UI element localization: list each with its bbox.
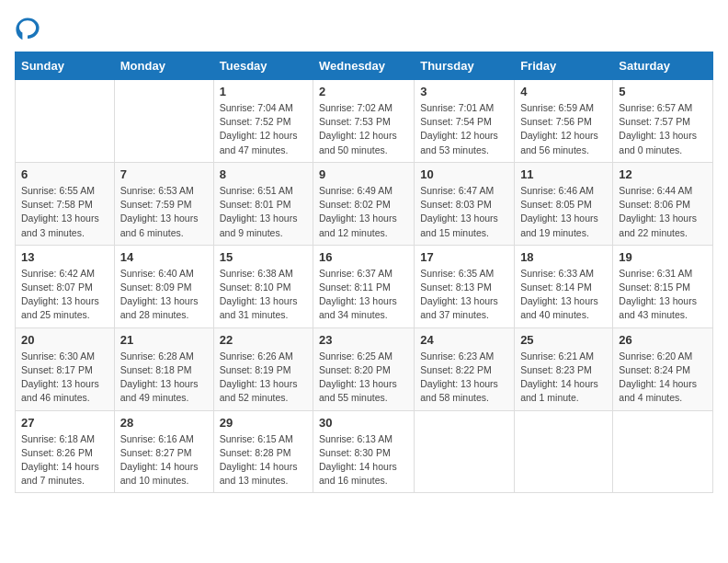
day-number: 26 <box>619 333 707 347</box>
day-info: Sunrise: 7:01 AM Sunset: 7:54 PM Dayligh… <box>420 101 508 157</box>
day-number: 18 <box>520 250 607 264</box>
calendar-cell: 8Sunrise: 6:51 AM Sunset: 8:01 PM Daylig… <box>213 162 313 245</box>
day-number: 13 <box>21 250 108 264</box>
day-info: Sunrise: 7:04 AM Sunset: 7:52 PM Dayligh… <box>220 101 307 157</box>
calendar-cell: 26Sunrise: 6:20 AM Sunset: 8:24 PM Dayli… <box>613 327 713 410</box>
calendar-cell: 11Sunrise: 6:46 AM Sunset: 8:05 PM Dayli… <box>515 162 613 245</box>
day-header-wednesday: Wednesday <box>313 52 415 80</box>
day-info: Sunrise: 6:15 AM Sunset: 8:28 PM Dayligh… <box>220 432 307 488</box>
day-number: 9 <box>319 167 408 181</box>
day-info: Sunrise: 6:49 AM Sunset: 8:02 PM Dayligh… <box>319 184 408 240</box>
calendar-cell: 10Sunrise: 6:47 AM Sunset: 8:03 PM Dayli… <box>415 162 515 245</box>
calendar-cell <box>515 410 613 493</box>
calendar-table: SundayMondayTuesdayWednesdayThursdayFrid… <box>15 52 713 493</box>
day-number: 20 <box>21 333 108 347</box>
day-header-saturday: Saturday <box>613 52 713 80</box>
calendar-cell <box>16 80 115 163</box>
day-header-tuesday: Tuesday <box>213 52 313 80</box>
logo-icon <box>15 15 40 40</box>
day-header-thursday: Thursday <box>415 52 515 80</box>
calendar-cell <box>114 80 213 163</box>
day-number: 3 <box>420 85 508 98</box>
calendar-cell: 13Sunrise: 6:42 AM Sunset: 8:07 PM Dayli… <box>16 245 115 327</box>
day-info: Sunrise: 6:42 AM Sunset: 8:07 PM Dayligh… <box>21 267 108 323</box>
calendar-cell: 30Sunrise: 6:13 AM Sunset: 8:30 PM Dayli… <box>313 410 415 493</box>
day-info: Sunrise: 6:53 AM Sunset: 7:59 PM Dayligh… <box>120 184 208 240</box>
day-number: 1 <box>220 85 307 98</box>
calendar-cell: 24Sunrise: 6:23 AM Sunset: 8:22 PM Dayli… <box>415 327 515 410</box>
day-info: Sunrise: 6:18 AM Sunset: 8:26 PM Dayligh… <box>21 432 108 488</box>
calendar-cell: 5Sunrise: 6:57 AM Sunset: 7:57 PM Daylig… <box>613 80 713 163</box>
day-number: 15 <box>220 250 307 264</box>
calendar-cell: 9Sunrise: 6:49 AM Sunset: 8:02 PM Daylig… <box>313 162 415 245</box>
calendar-cell: 22Sunrise: 6:26 AM Sunset: 8:19 PM Dayli… <box>213 327 313 410</box>
day-number: 22 <box>220 333 307 347</box>
day-number: 19 <box>619 250 707 264</box>
page-header <box>15 15 713 40</box>
day-number: 17 <box>420 250 508 264</box>
day-info: Sunrise: 6:44 AM Sunset: 8:06 PM Dayligh… <box>619 184 707 240</box>
calendar-cell: 12Sunrise: 6:44 AM Sunset: 8:06 PM Dayli… <box>613 162 713 245</box>
day-number: 16 <box>319 250 408 264</box>
calendar-cell: 20Sunrise: 6:30 AM Sunset: 8:17 PM Dayli… <box>16 327 115 410</box>
calendar-cell: 4Sunrise: 6:59 AM Sunset: 7:56 PM Daylig… <box>515 80 613 163</box>
calendar-cell: 28Sunrise: 6:16 AM Sunset: 8:27 PM Dayli… <box>114 410 213 493</box>
week-row-4: 20Sunrise: 6:30 AM Sunset: 8:17 PM Dayli… <box>16 327 713 410</box>
day-number: 25 <box>520 333 607 347</box>
week-row-2: 6Sunrise: 6:55 AM Sunset: 7:58 PM Daylig… <box>16 162 713 245</box>
calendar-cell: 14Sunrise: 6:40 AM Sunset: 8:09 PM Dayli… <box>114 245 213 327</box>
calendar-cell: 16Sunrise: 6:37 AM Sunset: 8:11 PM Dayli… <box>313 245 415 327</box>
day-info: Sunrise: 6:16 AM Sunset: 8:27 PM Dayligh… <box>120 432 208 488</box>
calendar-cell <box>415 410 515 493</box>
day-info: Sunrise: 6:33 AM Sunset: 8:14 PM Dayligh… <box>520 267 607 323</box>
day-header-sunday: Sunday <box>16 52 115 80</box>
week-row-1: 1Sunrise: 7:04 AM Sunset: 7:52 PM Daylig… <box>16 80 713 163</box>
day-number: 14 <box>120 250 208 264</box>
day-info: Sunrise: 6:55 AM Sunset: 7:58 PM Dayligh… <box>21 184 108 240</box>
day-number: 2 <box>319 85 408 98</box>
calendar-body: 1Sunrise: 7:04 AM Sunset: 7:52 PM Daylig… <box>16 80 713 493</box>
day-info: Sunrise: 6:57 AM Sunset: 7:57 PM Dayligh… <box>619 101 707 157</box>
calendar-cell: 3Sunrise: 7:01 AM Sunset: 7:54 PM Daylig… <box>415 80 515 163</box>
day-info: Sunrise: 6:35 AM Sunset: 8:13 PM Dayligh… <box>420 267 508 323</box>
day-info: Sunrise: 6:38 AM Sunset: 8:10 PM Dayligh… <box>220 267 307 323</box>
calendar-cell: 29Sunrise: 6:15 AM Sunset: 8:28 PM Dayli… <box>213 410 313 493</box>
day-info: Sunrise: 6:13 AM Sunset: 8:30 PM Dayligh… <box>319 432 408 488</box>
day-number: 6 <box>21 167 108 181</box>
day-number: 11 <box>520 167 607 181</box>
day-number: 23 <box>319 333 408 347</box>
day-number: 10 <box>420 167 508 181</box>
calendar-cell: 23Sunrise: 6:25 AM Sunset: 8:20 PM Dayli… <box>313 327 415 410</box>
day-number: 4 <box>520 85 607 98</box>
day-info: Sunrise: 6:37 AM Sunset: 8:11 PM Dayligh… <box>319 267 408 323</box>
day-info: Sunrise: 6:40 AM Sunset: 8:09 PM Dayligh… <box>120 267 208 323</box>
week-row-5: 27Sunrise: 6:18 AM Sunset: 8:26 PM Dayli… <box>16 410 713 493</box>
day-info: Sunrise: 6:28 AM Sunset: 8:18 PM Dayligh… <box>120 350 208 406</box>
day-header-friday: Friday <box>515 52 613 80</box>
day-number: 21 <box>120 333 208 347</box>
days-header-row: SundayMondayTuesdayWednesdayThursdayFrid… <box>16 52 713 80</box>
day-info: Sunrise: 6:21 AM Sunset: 8:23 PM Dayligh… <box>520 350 607 406</box>
day-info: Sunrise: 6:51 AM Sunset: 8:01 PM Dayligh… <box>220 184 307 240</box>
day-number: 12 <box>619 167 707 181</box>
calendar-cell: 25Sunrise: 6:21 AM Sunset: 8:23 PM Dayli… <box>515 327 613 410</box>
day-info: Sunrise: 6:20 AM Sunset: 8:24 PM Dayligh… <box>619 350 707 406</box>
calendar-cell: 27Sunrise: 6:18 AM Sunset: 8:26 PM Dayli… <box>16 410 115 493</box>
day-info: Sunrise: 6:23 AM Sunset: 8:22 PM Dayligh… <box>420 350 508 406</box>
calendar-cell: 1Sunrise: 7:04 AM Sunset: 7:52 PM Daylig… <box>213 80 313 163</box>
day-info: Sunrise: 7:02 AM Sunset: 7:53 PM Dayligh… <box>319 101 408 157</box>
day-number: 5 <box>619 85 707 98</box>
calendar-cell: 18Sunrise: 6:33 AM Sunset: 8:14 PM Dayli… <box>515 245 613 327</box>
calendar-cell: 7Sunrise: 6:53 AM Sunset: 7:59 PM Daylig… <box>114 162 213 245</box>
day-info: Sunrise: 6:46 AM Sunset: 8:05 PM Dayligh… <box>520 184 607 240</box>
day-number: 28 <box>120 416 208 430</box>
day-info: Sunrise: 6:59 AM Sunset: 7:56 PM Dayligh… <box>520 101 607 157</box>
day-info: Sunrise: 6:31 AM Sunset: 8:15 PM Dayligh… <box>619 267 707 323</box>
calendar-cell: 19Sunrise: 6:31 AM Sunset: 8:15 PM Dayli… <box>613 245 713 327</box>
day-number: 27 <box>21 416 108 430</box>
day-info: Sunrise: 6:25 AM Sunset: 8:20 PM Dayligh… <box>319 350 408 406</box>
day-number: 29 <box>220 416 307 430</box>
calendar-cell <box>613 410 713 493</box>
calendar-cell: 2Sunrise: 7:02 AM Sunset: 7:53 PM Daylig… <box>313 80 415 163</box>
calendar-cell: 21Sunrise: 6:28 AM Sunset: 8:18 PM Dayli… <box>114 327 213 410</box>
